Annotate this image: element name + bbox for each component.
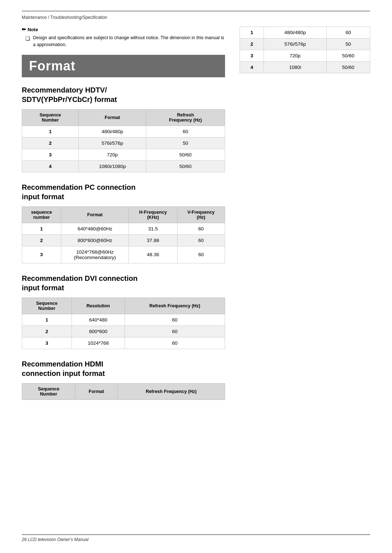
note-section: ✏ Note ❑ Design and specifications are s… — [22, 26, 225, 48]
dvi-table-header-row: SequenceNumber Resolution Refresh Freque… — [22, 298, 225, 314]
table-cell: 31.5 — [129, 223, 177, 234]
hdmi-col-format: Format — [75, 383, 117, 400]
table-row: 2800*60060 — [22, 325, 225, 337]
table-cell: 60 — [125, 337, 225, 349]
table-cell: 50/60 — [146, 149, 225, 160]
pc-col-hfreq: H-Frequency(KHz) — [129, 206, 177, 223]
table-cell: 2 — [240, 38, 264, 50]
table-cell: 720p — [264, 50, 326, 62]
table-cell: 1080i/1080p — [79, 160, 146, 172]
table-cell: 3 — [240, 50, 264, 62]
footer: 26 LCD television Owner's Manual — [22, 534, 370, 542]
table-cell: 640*480@60Hz — [61, 223, 129, 234]
top-border: Maintenance / Troubleshooting/Specificat… — [22, 11, 370, 20]
note-text: Design and specifications are subject to… — [33, 34, 225, 48]
page-layout: ✏ Note ❑ Design and specifications are s… — [22, 26, 370, 410]
table-row: 31024*76860 — [22, 337, 225, 349]
pc-col-seq: sequencenumber — [22, 206, 61, 223]
section-dvi-heading: Recommendation DVI connectioninput forma… — [22, 274, 225, 292]
hdmi-col-seq: SequenceNumber — [22, 383, 75, 400]
section-pc: Recommendation PC connectioninput format… — [22, 183, 225, 263]
table-cell: 800*600@60Hz — [61, 234, 129, 246]
table-cell: 1 — [22, 126, 79, 137]
note-title: ✏ Note — [22, 26, 225, 32]
table-cell: 3 — [22, 337, 72, 349]
table-cell: 50/60 — [326, 62, 370, 73]
table-cell: 4 — [240, 62, 264, 73]
table-row: 1640*480@60Hz31.560 — [22, 223, 225, 234]
dvi-table: SequenceNumber Resolution Refresh Freque… — [22, 298, 225, 349]
table-cell: 1024*768 — [72, 337, 124, 349]
table-cell: 48.36 — [129, 246, 177, 263]
section-hdtv: Recommendatory HDTV/SDTV(YPbPr/YCbCr) fo… — [22, 85, 225, 172]
hdtv-table: SequenceNumber Format RefreshFrequency (… — [22, 109, 225, 172]
pc-table-header-row: sequencenumber Format H-Frequency(KHz) V… — [22, 206, 225, 223]
table-cell: 1080i — [264, 62, 326, 73]
table-row: 1480i/480p60 — [22, 126, 225, 137]
pc-table: sequencenumber Format H-Frequency(KHz) V… — [22, 206, 225, 263]
right-table: 1480i/480p602576i/576p503720p50/6041080i… — [240, 26, 370, 73]
hdmi-table: SequenceNumber Format Refresh Frequency … — [22, 383, 225, 400]
table-cell: 720p — [79, 149, 146, 160]
section-dvi: Recommendation DVI connectioninput forma… — [22, 274, 225, 349]
format-banner: Format — [22, 55, 225, 77]
hdtv-col-format: Format — [79, 109, 146, 126]
hdtv-col-seq: SequenceNumber — [22, 109, 79, 126]
note-checkbox: ❑ — [25, 35, 30, 42]
table-cell: 50/60 — [326, 50, 370, 62]
table-row: 41080i50/60 — [240, 62, 370, 73]
table-cell: 2 — [22, 234, 61, 246]
table-cell: 1 — [240, 27, 264, 38]
page: Maintenance / Troubleshooting/Specificat… — [0, 0, 392, 553]
table-cell: 50/60 — [146, 160, 225, 172]
table-cell: 50 — [326, 38, 370, 50]
table-cell: 1024*768@60Hz(Recommendatory) — [61, 246, 129, 263]
table-cell: 60 — [146, 126, 225, 137]
table-cell: 480i/480p — [264, 27, 326, 38]
table-cell: 60 — [125, 314, 225, 325]
table-cell: 2 — [22, 325, 72, 337]
table-row: 3720p50/60 — [22, 149, 225, 160]
table-cell: 576i/576p — [79, 137, 146, 149]
hdmi-table-header-row: SequenceNumber Format Refresh Frequency … — [22, 383, 225, 400]
table-cell: 3 — [22, 149, 79, 160]
breadcrumb: Maintenance / Troubleshooting/Specificat… — [22, 15, 107, 20]
table-cell: 640*480 — [72, 314, 124, 325]
left-column: ✏ Note ❑ Design and specifications are s… — [22, 26, 225, 410]
section-hdmi-heading: Recommendation HDMIconnection input form… — [22, 359, 225, 378]
table-row: 31024*768@60Hz(Recommendatory)48.3660 — [22, 246, 225, 263]
table-row: 2576i/576p50 — [22, 137, 225, 149]
note-item: ❑ Design and specifications are subject … — [22, 34, 225, 48]
pc-col-format: Format — [61, 206, 129, 223]
note-heading: Note — [28, 27, 38, 32]
dvi-col-resolution: Resolution — [72, 298, 124, 314]
table-cell: 60 — [326, 27, 370, 38]
table-cell: 60 — [177, 234, 225, 246]
table-cell: 60 — [177, 246, 225, 263]
table-row: 2576i/576p50 — [240, 38, 370, 50]
pc-col-vfreq: V-Frequency(Hz) — [177, 206, 225, 223]
table-row: 2800*600@60Hz37.8860 — [22, 234, 225, 246]
table-cell: 37.88 — [129, 234, 177, 246]
dvi-col-seq: SequenceNumber — [22, 298, 72, 314]
table-cell: 60 — [177, 223, 225, 234]
footer-text: 26 LCD television Owner's Manual — [22, 537, 89, 542]
table-row: 1480i/480p60 — [240, 27, 370, 38]
table-row: 1640*48060 — [22, 314, 225, 325]
table-cell: 2 — [22, 137, 79, 149]
table-cell: 60 — [125, 325, 225, 337]
hdtv-col-refresh: RefreshFrequency (Hz) — [146, 109, 225, 126]
table-cell: 480i/480p — [79, 126, 146, 137]
table-row: 3720p50/60 — [240, 50, 370, 62]
hdmi-col-refresh: Refresh Frequency (Hz) — [118, 383, 225, 400]
dvi-col-refresh: Refresh Frequency (Hz) — [125, 298, 225, 314]
table-cell: 3 — [22, 246, 61, 263]
table-cell: 576i/576p — [264, 38, 326, 50]
right-column: 1480i/480p602576i/576p503720p50/6041080i… — [240, 26, 370, 410]
note-icon: ✏ — [22, 26, 26, 32]
section-hdmi: Recommendation HDMIconnection input form… — [22, 359, 225, 400]
section-pc-heading: Recommendation PC connectioninput format — [22, 183, 225, 201]
table-cell: 50 — [146, 137, 225, 149]
table-cell: 800*600 — [72, 325, 124, 337]
table-row: 41080i/1080p50/60 — [22, 160, 225, 172]
